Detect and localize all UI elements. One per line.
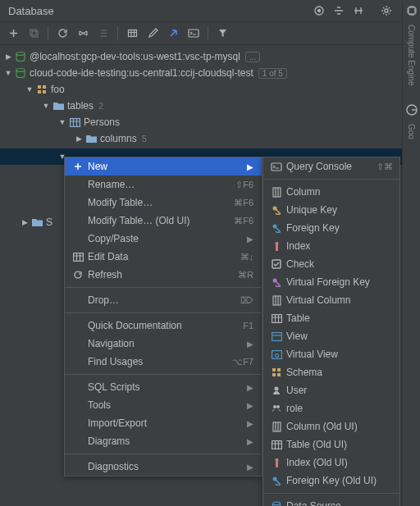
menu-separator [65, 312, 262, 313]
submenu-index[interactable]: Index [263, 237, 399, 255]
tree-row-ds2[interactable]: ▼ cloud-code-ide-testing:us-central1:cci… [0, 65, 420, 81]
submenu-query-console[interactable]: Query Console⇧⌘ [263, 157, 399, 176]
chevron-right-icon: ▶ [247, 419, 253, 428]
submenu-check[interactable]: Check [263, 255, 399, 273]
svg-rect-35 [273, 422, 281, 431]
menu-diagnostics[interactable]: Diagnostics▶ [65, 458, 262, 476]
tree-row-columns[interactable]: ▶ columns 5 [0, 130, 420, 147]
menu-importexport[interactable]: Import/Export▶ [65, 414, 262, 432]
submenu-col-old[interactable]: Column (Old UI) [263, 417, 399, 435]
split-icon[interactable] [349, 2, 368, 20]
chevron-down-icon[interactable]: ▼ [41, 102, 51, 110]
sidebar-label[interactable]: Goo [407, 124, 416, 139]
svg-point-38 [275, 458, 278, 462]
submenu-table[interactable]: Table [263, 309, 399, 327]
submenu-fk-old[interactable]: Foreign Key (Old UI) [263, 472, 399, 490]
chevron-right-icon: ▶ [247, 235, 253, 244]
submenu-foreignkey[interactable]: Foreign Key [263, 219, 399, 237]
menu-label: Foreign Key (Old UI) [285, 475, 393, 486]
menu-edit-data[interactable]: Edit Data⌘↓ [65, 248, 262, 266]
datasource-icon [268, 501, 285, 507]
key-icon [268, 223, 285, 233]
menu-drop[interactable]: Drop…⌦ [65, 291, 262, 309]
menu-modify-old[interactable]: Modify Table… (Old UI)⌘F6 [65, 212, 262, 230]
menu-quickdoc[interactable]: Quick DocumentationF1 [65, 317, 262, 335]
submenu-view[interactable]: View [263, 327, 399, 345]
jump-icon[interactable] [163, 24, 183, 43]
menu-label: Query Console [285, 161, 377, 172]
chevron-right-icon[interactable]: ▶ [74, 134, 84, 143]
menu-separator [263, 179, 399, 180]
chevron-right-icon[interactable]: ▶ [3, 52, 13, 61]
submenu-schema[interactable]: Schema [263, 363, 399, 381]
menu-copypaste[interactable]: Copy/Paste▶ [65, 230, 262, 248]
chevron-right-icon[interactable]: ▶ [20, 218, 30, 226]
menu-sqlscripts[interactable]: SQL Scripts▶ [65, 378, 262, 396]
svg-rect-25 [272, 332, 281, 340]
submenu-table-old[interactable]: Table (Old UI) [263, 435, 399, 454]
menu-findusages[interactable]: Find Usages⌥F7 [65, 353, 262, 371]
chevron-down-icon[interactable]: ▼ [25, 85, 34, 93]
chevron-down-icon[interactable]: ▼ [57, 118, 67, 126]
menu-label: Import/Export [86, 417, 247, 429]
datasource-icon [13, 51, 28, 62]
shortcut: ⌘F6 [234, 216, 253, 226]
menu-label: New [86, 161, 247, 172]
svg-point-7 [16, 52, 25, 56]
submenu-index-old[interactable]: Index (Old UI) [263, 454, 399, 472]
edit-icon[interactable] [143, 24, 162, 43]
stop-icon[interactable] [73, 24, 93, 43]
column-icon [268, 422, 285, 432]
console-icon[interactable] [184, 24, 203, 43]
revert-icon[interactable] [94, 24, 113, 43]
chevron-right-icon: ▶ [247, 340, 253, 349]
menu-new[interactable]: New ▶ [65, 157, 262, 176]
tree-row-tables[interactable]: ▼ tables 2 [0, 98, 420, 114]
tree-label: Persons [84, 116, 120, 128]
menu-label: Navigation [86, 338, 247, 349]
copy-icon[interactable] [24, 24, 43, 43]
refresh-icon[interactable] [52, 24, 72, 43]
tree-row-ds1[interactable]: ▶ @localhost:gcp-dev-tools:us-west1:vsc-… [0, 48, 420, 65]
submenu-uniquekey[interactable]: Unique Key [263, 201, 399, 219]
tree-row-schema[interactable]: ▼ foo [0, 81, 420, 98]
submenu-vcol[interactable]: Virtual Column [263, 291, 399, 309]
menu-diagrams[interactable]: Diagrams▶ [65, 432, 262, 450]
shortcut: ⇧F6 [235, 180, 253, 190]
menu-modify[interactable]: Modify Table…⌘F6 [65, 194, 262, 212]
compute-engine-icon[interactable] [406, 5, 418, 16]
svg-rect-14 [73, 253, 83, 261]
menu-label: Schema [285, 367, 393, 378]
chevron-down-icon[interactable]: ▼ [3, 69, 13, 77]
table-icon [67, 118, 82, 127]
sidebar-label[interactable]: Compute Engine [407, 25, 416, 86]
submenu-user[interactable]: User [263, 381, 399, 399]
menu-navigation[interactable]: Navigation▶ [65, 335, 262, 353]
submenu-column[interactable]: Column [263, 183, 399, 201]
folder-icon [30, 218, 44, 227]
toolwindow-title: Database [5, 5, 310, 17]
gear-icon[interactable] [377, 2, 395, 20]
menu-tools[interactable]: Tools▶ [65, 396, 262, 414]
menu-label: Virtual Foreign Key [285, 276, 393, 288]
submenu-vview[interactable]: Virtual View [263, 345, 399, 363]
tree-row-persons[interactable]: ▼ Persons [0, 114, 420, 130]
svg-rect-24 [272, 314, 281, 322]
menu-rename[interactable]: Rename…⇧F6 [65, 176, 262, 194]
menu-separator [65, 287, 262, 288]
submenu-role[interactable]: role [263, 399, 399, 417]
svg-rect-5 [128, 30, 136, 37]
target-icon[interactable] [310, 2, 328, 20]
table-icon[interactable] [122, 24, 142, 43]
google-icon[interactable] [406, 104, 418, 116]
svg-point-33 [273, 405, 276, 408]
badge: 1 of 5 [258, 68, 287, 79]
menu-refresh[interactable]: Refresh⌘R [65, 266, 262, 284]
submenu-vfk[interactable]: Virtual Foreign Key [263, 273, 399, 291]
separator [117, 26, 118, 41]
menu-label: Diagrams [86, 435, 247, 447]
submenu-datasource[interactable]: Data Source [263, 497, 399, 506]
collapse-icon[interactable] [330, 2, 348, 20]
filter-icon[interactable] [212, 24, 232, 43]
add-icon[interactable] [3, 24, 23, 43]
